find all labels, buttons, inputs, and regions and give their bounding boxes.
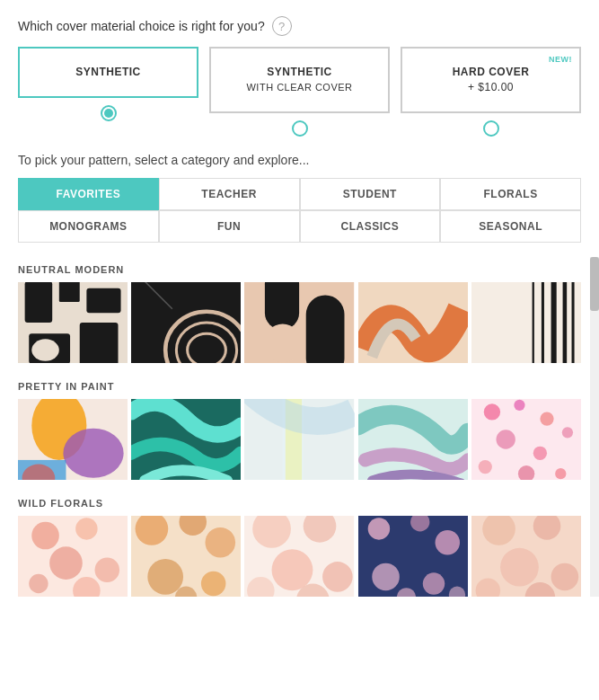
tab-student[interactable]: STUDENT <box>300 178 441 210</box>
scroll-thumb[interactable] <box>590 257 599 311</box>
synthetic-radio-dot[interactable] <box>101 105 117 121</box>
svg-point-40 <box>478 460 491 474</box>
svg-point-53 <box>206 527 236 558</box>
svg-point-35 <box>514 399 524 410</box>
tabs-row2: MONOGRAMS FUN CLASSICS SEASONAL <box>0 210 599 243</box>
synthetic-clear-radio[interactable] <box>292 120 308 137</box>
section-wild-florals-label: WILD FLORALS <box>0 491 599 516</box>
neutral-modern-grid <box>0 282 599 363</box>
select-prompt: To pick your pattern, select a category … <box>0 137 599 178</box>
help-icon[interactable]: ? <box>272 16 292 36</box>
pretty-paint-grid <box>0 399 599 480</box>
pattern-nm5[interactable] <box>471 282 581 363</box>
pattern-wf3[interactable] <box>244 516 354 597</box>
tab-classics[interactable]: CLASSICS <box>300 210 441 243</box>
svg-point-75 <box>500 547 539 586</box>
svg-point-45 <box>75 518 97 539</box>
svg-point-25 <box>63 428 123 477</box>
synthetic-radio[interactable] <box>101 105 117 121</box>
svg-rect-1 <box>25 282 53 323</box>
tab-favorites[interactable]: FAVORITES <box>18 178 159 210</box>
pattern-pp5[interactable] <box>471 399 581 480</box>
patterns-container: NEUTRAL MODERN <box>0 257 599 597</box>
svg-point-44 <box>31 521 59 549</box>
pattern-nm3[interactable] <box>244 282 354 363</box>
svg-point-65 <box>367 518 389 539</box>
svg-rect-5 <box>80 323 119 363</box>
tab-monograms[interactable]: MONOGRAMS <box>18 210 159 243</box>
svg-rect-13 <box>265 282 299 330</box>
svg-point-61 <box>322 562 353 592</box>
svg-point-54 <box>148 559 184 595</box>
svg-point-15 <box>264 323 303 362</box>
scroll-track[interactable] <box>590 257 599 597</box>
synthetic-clear-button[interactable]: SYNTHETICWITH CLEAR COVER <box>209 47 390 113</box>
pattern-wf2[interactable] <box>131 516 241 597</box>
svg-point-76 <box>551 563 578 590</box>
synthetic-clear-radio-dot[interactable] <box>292 120 308 137</box>
pattern-wf4[interactable] <box>358 516 468 597</box>
pattern-wf1[interactable] <box>18 516 128 597</box>
svg-point-48 <box>29 573 48 592</box>
pattern-nm1[interactable] <box>18 282 128 363</box>
pattern-wf5[interactable] <box>471 516 581 597</box>
svg-point-67 <box>435 530 459 554</box>
tab-florals[interactable]: FLORALS <box>440 178 581 210</box>
pattern-pp4[interactable] <box>358 399 468 480</box>
svg-point-69 <box>422 572 444 594</box>
tab-teacher[interactable]: TEACHER <box>159 178 300 210</box>
svg-point-38 <box>533 446 547 459</box>
question-text: Which cover material choice is right for… <box>18 19 265 33</box>
synthetic-button[interactable]: SYNTHETIC <box>18 47 198 98</box>
svg-point-34 <box>484 403 500 420</box>
cover-option-synthetic-clear: SYNTHETICWITH CLEAR COVER <box>209 47 390 137</box>
svg-point-68 <box>372 563 400 590</box>
svg-point-36 <box>540 412 553 425</box>
tabs-row1: FAVORITES TEACHER STUDENT FLORALS <box>0 178 599 210</box>
svg-rect-3 <box>86 288 120 312</box>
pattern-nm4[interactable] <box>358 282 468 363</box>
svg-point-42 <box>555 468 566 479</box>
pattern-pp2[interactable] <box>131 399 241 480</box>
tab-seasonal[interactable]: SEASONAL <box>440 210 581 243</box>
svg-rect-2 <box>59 282 80 302</box>
svg-point-39 <box>562 427 573 438</box>
section-neutral-modern-label: NEUTRAL MODERN <box>0 257 599 282</box>
question-row: Which cover material choice is right for… <box>0 0 599 47</box>
svg-point-55 <box>201 571 225 595</box>
cover-options: SYNTHETIC SYNTHETICWITH CLEAR COVER NEW!… <box>0 47 599 137</box>
svg-point-6 <box>31 339 59 360</box>
svg-point-60 <box>272 549 313 590</box>
hard-cover-radio[interactable] <box>483 120 499 137</box>
wild-florals-grid <box>0 516 599 597</box>
tab-fun[interactable]: FUN <box>159 210 300 243</box>
pattern-pp3[interactable] <box>244 399 354 480</box>
hard-cover-radio-dot[interactable] <box>483 120 499 137</box>
svg-rect-14 <box>306 295 345 363</box>
cover-option-hard: NEW! HARD COVER + $10.00 <box>401 47 581 137</box>
section-pretty-paint-label: PRETTY IN PAINT <box>0 374 599 399</box>
pattern-pp1[interactable] <box>18 399 128 480</box>
svg-point-47 <box>95 557 119 581</box>
hard-cover-button[interactable]: NEW! HARD COVER + $10.00 <box>401 47 581 113</box>
cover-option-synthetic: SYNTHETIC <box>18 47 198 137</box>
new-badge: NEW! <box>549 54 572 66</box>
svg-point-46 <box>49 546 83 580</box>
pattern-nm2[interactable] <box>131 282 241 363</box>
svg-point-37 <box>496 430 515 448</box>
